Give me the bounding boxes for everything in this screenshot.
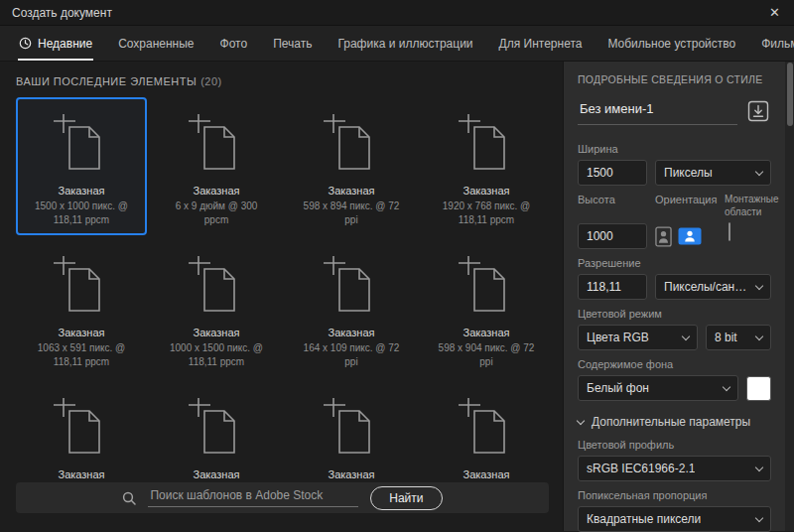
category-tabs: Недавние Сохраненные Фото Печать Графика… [0,26,794,62]
advanced-options-toggle[interactable]: Дополнительные параметры [578,415,771,429]
tab-label: Сохраненные [118,37,194,51]
color-mode-label: Цветовой режим [578,308,771,320]
recent-heading: ВАШИ ПОСЛЕДНИЕ ЭЛЕМЕНТЫ(20) [16,75,559,87]
search-button[interactable]: Найти [370,486,442,510]
recent-heading-text: ВАШИ ПОСЛЕДНИЕ ЭЛЕМЕНТЫ [16,75,197,87]
close-icon[interactable]: ✕ [767,5,782,20]
tab-label: Печать [273,37,312,51]
document-preset-icon [52,391,111,466]
document-preset-icon [322,391,381,466]
preset-name: Заказная [463,468,509,480]
preset-card[interactable]: Заказная 598 x 894 пикс. @ 72 ppi [286,97,417,235]
document-preset-icon [322,249,381,325]
chevron-down-icon [577,416,585,424]
preset-name: Заказная [58,468,104,480]
chevron-down-icon [682,332,690,339]
width-input[interactable] [578,160,647,186]
document-preset-icon [457,249,516,325]
height-input[interactable] [578,223,647,249]
document-preset-icon [52,249,111,325]
preset-name: Заказная [463,327,509,338]
color-profile-select[interactable]: sRGB IEC61966-2.1 [578,456,771,481]
background-label: Содержимое фона [578,358,771,370]
preset-name: Заказная [328,327,374,338]
preset-name: Заказная [328,185,374,197]
pixel-ratio-select[interactable]: Квадратные пиксели [578,506,771,532]
preset-card[interactable]: Заказная 164 x 109 пикс. @ 72 ppi [286,239,417,377]
clock-icon [19,37,32,50]
resolution-label: Разрешение [578,257,771,269]
chevron-down-icon [755,463,763,470]
preset-dims: 6 x 9 дюйм @ 300 ppcm [163,200,270,226]
preset-card[interactable]: Заказная 1500 x 1000 пикс. @ 118,11 ppcm [16,97,147,235]
pixel-ratio-label: Попиксельная пропорция [578,489,771,501]
preset-dims: 164 x 109 пикс. @ 72 ppi [298,341,405,368]
color-profile-label: Цветовой профиль [578,439,771,451]
tab-label: Фильмы и видео [761,37,794,51]
search-icon [122,491,136,505]
artboards-label: Монтажные области [725,194,779,218]
preset-name: Заказная [328,468,374,480]
document-name-input[interactable]: Без имени-1 [578,99,737,125]
recent-count: (20) [200,75,222,87]
tab-label: Графика и иллюстрации [337,37,472,51]
document-preset-icon [457,107,516,183]
save-preset-icon[interactable] [745,99,771,123]
color-mode-select[interactable]: Цвета RGB [578,325,698,350]
document-preset-icon [322,107,381,183]
preset-dims: 598 x 904 пикс. @ 72 ppi [433,341,540,368]
preset-card[interactable]: Заказная 1063 x 591 пикс. @ 118,11 ppcm [16,239,147,377]
width-label: Ширина [578,143,771,155]
advanced-options-label: Дополнительные параметры [592,415,750,429]
tab-web[interactable]: Для Интернета [486,26,596,61]
vertical-scrollbar[interactable] [785,62,794,531]
resolution-unit-select[interactable]: Пикселы/сантиметр [655,274,771,300]
preset-card[interactable]: Заказная 1000 x 1500 пикс. @ 118,11 ppcm [151,239,282,377]
chevron-down-icon [723,382,730,390]
tab-saved[interactable]: Сохраненные [105,26,206,61]
tab-label: Мобильное устройство [607,37,735,51]
width-unit-value: Пикселы [664,166,713,180]
new-document-dialog: Создать документ ✕ Недавние Сохраненные … [0,0,794,532]
preset-dims: 1920 x 768 пикс. @ 118,11 ppcm [433,200,540,226]
recent-items-area: ВАШИ ПОСЛЕДНИЕ ЭЛЕМЕНТЫ(20) Заказная 150… [0,62,563,531]
preset-name: Заказная [193,185,239,197]
document-preset-icon [187,391,246,466]
tab-label: Для Интернета [499,37,583,51]
search-input[interactable]: Поиск шаблонов в Adobe Stock [148,488,358,507]
resolution-input[interactable] [578,274,647,300]
orientation-landscape-icon[interactable] [678,227,702,245]
preset-grid: Заказная 1500 x 1000 пикс. @ 118,11 ppcm… [16,97,559,519]
tab-mobile[interactable]: Мобильное устройство [595,26,748,61]
dialog-title: Создать документ [12,6,112,20]
document-preset-icon [52,107,111,183]
preset-dims: 1500 x 1000 пикс. @ 118,11 ppcm [28,200,135,226]
tab-recent[interactable]: Недавние [6,26,105,61]
background-select[interactable]: Белый фон [578,375,738,401]
tab-photo[interactable]: Фото [207,26,261,61]
tab-film-video[interactable]: Фильмы и видео [748,26,794,61]
stock-search-bar: Поиск шаблонов в Adobe Stock Найти [16,482,549,513]
background-color-swatch[interactable] [746,376,771,401]
color-profile-value: sRGB IEC61966-2.1 [587,462,695,475]
preset-card[interactable]: Заказная 6 x 9 дюйм @ 300 ppcm [151,97,282,235]
title-bar: Создать документ ✕ [0,0,794,26]
tab-art-illustration[interactable]: Графика и иллюстрации [325,26,485,61]
bit-depth-select[interactable]: 8 bit [706,325,771,350]
background-value: Белый фон [587,381,649,395]
preset-dims: 598 x 894 пикс. @ 72 ppi [298,200,405,226]
preset-card[interactable]: Заказная 598 x 904 пикс. @ 72 ppi [421,239,552,377]
scrollbar-thumb[interactable] [787,63,793,126]
artboards-checkbox[interactable] [728,222,730,241]
width-unit-select[interactable]: Пикселы [655,160,771,186]
details-heading: ПОДРОБНЫЕ СВЕДЕНИЯ О СТИЛЕ [578,73,771,85]
document-preset-icon [457,391,516,466]
chevron-down-icon [755,167,763,175]
orientation-portrait-icon[interactable] [655,226,672,247]
chevron-down-icon [755,281,763,289]
chevron-down-icon [755,513,763,521]
tab-print[interactable]: Печать [260,26,325,61]
preset-details-panel: ПОДРОБНЫЕ СВЕДЕНИЯ О СТИЛЕ Без имени-1 Ш… [563,62,785,531]
preset-name: Заказная [193,327,239,338]
preset-card[interactable]: Заказная 1920 x 768 пикс. @ 118,11 ppcm [421,97,552,235]
